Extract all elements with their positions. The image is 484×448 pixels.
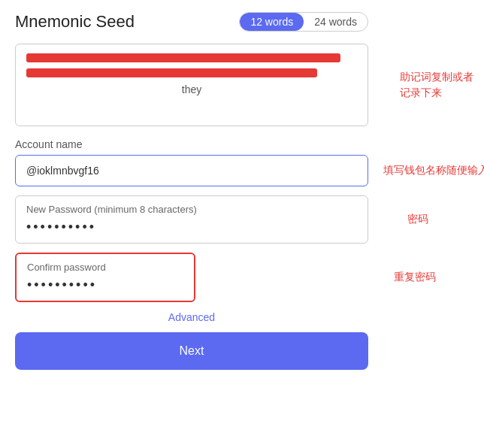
confirm-password-section: Confirm password •••••••••• 重复密码 (15, 253, 368, 302)
next-button[interactable]: Next (15, 332, 368, 370)
account-name-section: 填写钱包名称随便输入 (15, 155, 368, 186)
new-password-section: New Password (minimum 8 characters) ••••… (15, 195, 368, 244)
password-annotation: 密码 (407, 213, 428, 226)
confirm-annotation: 重复密码 (394, 271, 436, 284)
page-title: Mnemonic Seed (15, 12, 135, 32)
advanced-link[interactable]: Advanced (15, 311, 368, 323)
new-password-box: New Password (minimum 8 characters) ••••… (15, 195, 368, 244)
24-words-button[interactable]: 24 words (304, 13, 368, 31)
seed-display-box: they (15, 44, 368, 126)
seed-visible-word: they (26, 83, 357, 95)
confirm-password-label: Confirm password (27, 262, 183, 273)
account-annotation: 填写钱包名称随便输入 (383, 164, 484, 177)
confirm-password-box: Confirm password •••••••••• (15, 253, 195, 302)
account-name-input[interactable] (15, 155, 368, 186)
seed-annotation: 助记词复制或者记录下来 (400, 69, 473, 101)
12-words-button[interactable]: 12 words (240, 13, 304, 31)
seed-line-1 (26, 53, 340, 62)
new-password-label: New Password (minimum 8 characters) (26, 204, 357, 215)
account-name-label: Account name (15, 138, 368, 150)
seed-line-2 (26, 68, 317, 77)
word-toggle: 12 words 24 words (239, 12, 368, 32)
confirm-password-dots: •••••••••• (27, 277, 183, 293)
new-password-dots: •••••••••• (26, 219, 357, 235)
